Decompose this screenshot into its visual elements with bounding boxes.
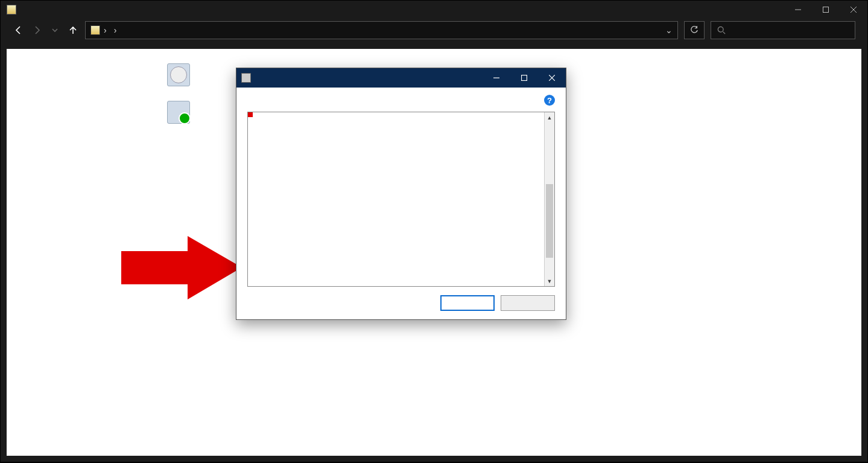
windows-features-dialog: ? ▲ ▼ xyxy=(236,68,566,320)
main-panel xyxy=(167,63,198,138)
programs-category-icon xyxy=(167,63,190,86)
folder-icon xyxy=(90,25,100,35)
recent-dropdown[interactable] xyxy=(49,24,61,36)
scroll-up-button[interactable]: ▲ xyxy=(545,112,554,123)
scroll-track[interactable] xyxy=(545,123,554,276)
annotation-arrow xyxy=(115,230,248,308)
dialog-close-button[interactable] xyxy=(538,68,566,88)
scroll-thumb[interactable] xyxy=(546,184,553,258)
refresh-button[interactable] xyxy=(684,21,705,39)
close-button[interactable] xyxy=(840,1,867,19)
dialog-minimize-button[interactable] xyxy=(483,68,510,88)
search-box[interactable] xyxy=(711,21,855,39)
dialog-titlebar xyxy=(236,68,566,88)
titlebar xyxy=(1,1,867,19)
scroll-down-button[interactable]: ▼ xyxy=(545,276,554,286)
svg-rect-0 xyxy=(823,7,829,13)
chevron-right-icon: › xyxy=(104,25,107,35)
chevron-down-icon[interactable]: ⌄ xyxy=(665,25,673,35)
back-button[interactable] xyxy=(13,24,25,36)
maximize-button[interactable] xyxy=(812,1,840,19)
control-panel-window: › › ⌄ xyxy=(0,0,868,462)
ok-button[interactable] xyxy=(440,295,495,311)
forward-button[interactable] xyxy=(31,24,43,36)
minimize-button[interactable] xyxy=(784,1,812,19)
dialog-icon xyxy=(241,73,251,83)
default-programs-category-icon xyxy=(167,101,190,124)
features-tree: ▲ ▼ xyxy=(247,112,555,287)
svg-rect-3 xyxy=(522,75,527,81)
window-icon xyxy=(7,5,16,14)
dialog-heading: ? xyxy=(247,95,555,106)
search-icon xyxy=(717,26,726,34)
svg-point-1 xyxy=(718,27,723,32)
help-icon[interactable]: ? xyxy=(544,95,555,106)
cancel-button[interactable] xyxy=(501,295,555,311)
dialog-maximize-button[interactable] xyxy=(510,68,538,88)
nav-toolbar: › › ⌄ xyxy=(1,19,867,42)
up-button[interactable] xyxy=(67,24,79,36)
svg-marker-2 xyxy=(121,236,242,299)
chevron-right-icon: › xyxy=(114,25,117,35)
address-bar[interactable]: › › ⌄ xyxy=(85,21,678,39)
scrollbar[interactable]: ▲ ▼ xyxy=(544,112,554,286)
